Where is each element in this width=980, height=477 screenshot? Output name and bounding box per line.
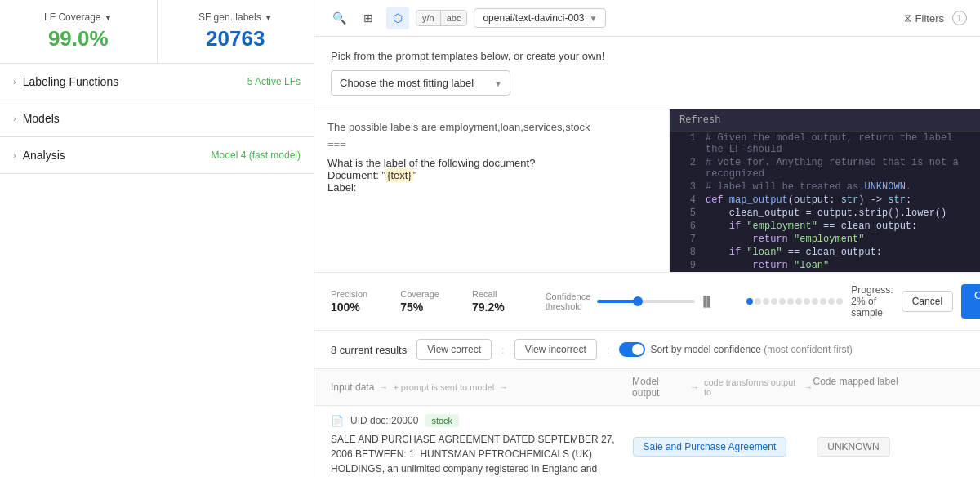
labeling-functions-badge: 5 Active LFs	[247, 76, 301, 87]
col-model-label: Model output	[632, 376, 685, 399]
lf-coverage-arrow[interactable]: ▼	[104, 13, 112, 22]
results-section: 8 current results View correct : View in…	[314, 331, 980, 369]
yn-label[interactable]: y/n	[416, 11, 441, 25]
progress-dots	[746, 298, 843, 305]
sidebar-labeling-functions-label: Labeling Functions	[23, 75, 119, 88]
code-line-2: 2 # vote for. Anything returned that is …	[670, 156, 980, 181]
filter-button[interactable]: ⧖ Filters	[904, 11, 944, 25]
coverage-value: 75%	[400, 301, 439, 314]
progress-dot-5	[779, 298, 786, 305]
sort-main-label: Sort by model confidence	[650, 344, 760, 355]
col-header-input: Input data → + prompt is sent to model →	[331, 376, 632, 399]
cancel-button[interactable]: Cancel	[902, 291, 953, 312]
results-count: 8 current results	[331, 344, 407, 356]
chevron-right-icon-models: ›	[13, 114, 16, 123]
toggle-knob	[632, 344, 644, 355]
yn-abc-toggle: y/n abc	[416, 10, 467, 26]
progress-dot-2	[755, 298, 761, 305]
sidebar-section-labeling-functions: › Labeling Functions 5 Active LFs	[0, 64, 314, 100]
table-icon[interactable]: ⊞	[357, 7, 380, 29]
col-header-model: Model output → code transforms output to…	[632, 376, 813, 399]
code-line-6: 6 if "employment" == clean_output:	[670, 220, 980, 233]
doc-header: 📄 UID doc::20000 stock	[331, 414, 625, 427]
view-incorrect-button[interactable]: View incorrect	[514, 339, 597, 360]
prompt-text-variable: {text}	[385, 168, 413, 182]
prompt-select[interactable]: Choose the most fitting label Custom pro…	[331, 70, 510, 96]
sidebar: LF Coverage ▼ 99.0% SF gen. labels ▼ 207…	[0, 0, 314, 477]
prompt-line5: Label:	[327, 181, 656, 194]
progress-text: Progress: 2% of sample	[851, 284, 893, 319]
code-line-5: 5 clean_output = output.strip().lower()	[670, 207, 980, 220]
prompt-question: What is the label of the following docum…	[327, 157, 656, 194]
filter-label: Filters	[915, 12, 944, 25]
prompt-separator: ===	[327, 138, 656, 150]
code-line-7: 7 return "employment"	[670, 233, 980, 246]
progress-dot-6	[787, 298, 794, 305]
sf-gen-labels-metric: SF gen. labels ▼ 20763	[157, 0, 314, 63]
coverage-metric: Coverage 75%	[400, 289, 439, 314]
model-output-section: Sale and Purchase Agreement	[633, 414, 809, 457]
chevron-right-icon-analysis: ›	[13, 150, 16, 160]
refresh-button[interactable]: Refresh	[670, 109, 980, 132]
model-name: openai/text-davinci-003	[483, 12, 584, 24]
progress-dot-4	[771, 298, 777, 305]
sf-gen-labels-value: 20763	[171, 26, 301, 51]
code-icon[interactable]: ⬡	[386, 7, 409, 29]
confidence-slider[interactable]	[597, 300, 695, 303]
prompt-line4: Document: "{text}"	[327, 169, 656, 181]
col-code-label: Code mapped label	[813, 376, 898, 387]
input-flow-text: + prompt is sent to model	[393, 382, 494, 392]
prompt-editor: The possible labels are employment,loan,…	[314, 109, 670, 272]
model-selector[interactable]: openai/text-davinci-003 ▼	[474, 8, 606, 28]
sidebar-section-models: › Models	[0, 100, 314, 137]
code-line-1: 1 # Given the model output, return the l…	[670, 132, 980, 156]
sf-gen-labels-label: SF gen. labels	[198, 11, 261, 23]
code-line-9: 9 return "loan"	[670, 259, 980, 272]
sidebar-section-models-header[interactable]: › Models	[0, 100, 314, 136]
main-toolbar: 🔍 ⊞ ⬡ y/n abc openai/text-davinci-003 ▼ …	[314, 0, 980, 37]
code-mapped-section: UNKNOWN	[817, 414, 964, 457]
code-line-8: 8 if "loan" == clean_output:	[670, 246, 980, 259]
separator-2: :	[607, 344, 610, 356]
prompt-select-wrapper: Choose the most fitting label Custom pro…	[331, 70, 510, 96]
info-icon[interactable]: i	[952, 11, 967, 25]
sort-sub-label: (most confident first)	[764, 344, 853, 355]
document-icon: 📄	[331, 415, 344, 427]
col-header-code: Code mapped label	[813, 376, 964, 399]
precision-label: Precision	[331, 289, 368, 299]
precision-metric: Precision 100%	[331, 289, 368, 314]
code-lines: 1 # Given the model output, return the l…	[670, 132, 980, 272]
sidebar-section-analysis-header[interactable]: › Analysis Model 4 (fast model)	[0, 137, 314, 173]
search-icon[interactable]: 🔍	[327, 7, 350, 29]
precision-value: 100%	[331, 301, 368, 314]
sidebar-section-labeling-functions-header[interactable]: › Labeling Functions 5 Active LFs	[0, 64, 314, 100]
lf-coverage-value: 99.0%	[13, 26, 144, 51]
table-header: Input data → + prompt is sent to model →…	[314, 369, 980, 406]
doc-section: 📄 UID doc::20000 stock SALE AND PURCHASE…	[331, 414, 625, 477]
recall-metric: Recall 79.2%	[472, 289, 505, 314]
chevron-right-icon: ›	[13, 77, 16, 87]
split-panel: The possible labels are employment,loan,…	[314, 109, 980, 273]
sf-gen-labels-arrow[interactable]: ▼	[265, 13, 273, 22]
progress-dot-3	[763, 298, 769, 305]
arrow-flow-icon-2: →	[499, 382, 508, 392]
create-lf-button[interactable]: Create LF	[961, 284, 980, 319]
confidence-section: Confidence threshold ▐▌	[546, 292, 715, 311]
sort-toggle[interactable]	[619, 342, 645, 357]
code-line-4: 4 def map_output(output: str) -> str:	[670, 194, 980, 207]
table-row: 📄 UID doc::20000 stock SALE AND PURCHASE…	[314, 406, 980, 477]
progress-section: Progress: 2% of sample Cancel Create LF	[746, 284, 980, 319]
code-line-3: 3 # label will be treated as UNKNOWN.	[670, 181, 980, 194]
sort-toggle-wrapper: Sort by model confidence (most confident…	[619, 342, 852, 357]
code-mapped-badge: UNKNOWN	[817, 437, 889, 457]
view-correct-button[interactable]: View correct	[416, 339, 492, 360]
metrics-row: Precision 100% Coverage 75% Recall 79.2%…	[314, 273, 980, 331]
sort-label: Sort by model confidence (most confident…	[650, 344, 852, 355]
arrow-flow-icon: →	[379, 382, 388, 392]
arrow-flow-icon-4: →	[804, 382, 813, 392]
progress-dot-8	[804, 298, 810, 305]
abc-label[interactable]: abc	[441, 11, 467, 25]
bar-chart-icon: ▐▌	[700, 296, 714, 307]
sidebar-models-label: Models	[23, 112, 60, 125]
recall-label: Recall	[472, 289, 505, 299]
